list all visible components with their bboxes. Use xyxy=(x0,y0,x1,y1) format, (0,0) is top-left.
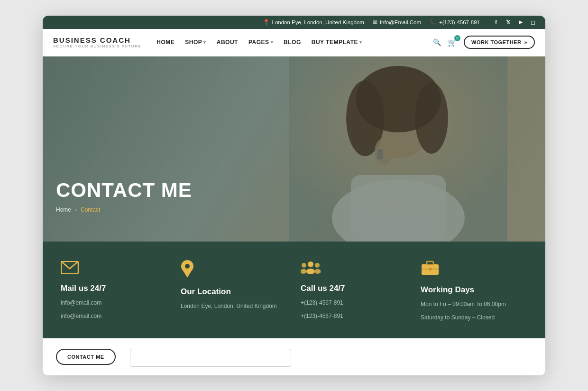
nav-links: HOME SHOP ▾ ABOUT PAGES ▾ BLOG BUY TEMPL… xyxy=(156,39,433,46)
nav-pages[interactable]: PAGES ▾ xyxy=(248,39,273,46)
location-text: London Eye, London, United Kingdom xyxy=(272,19,364,25)
hero-section: CONTACT ME Home › Contact xyxy=(43,56,545,242)
nav-home[interactable]: HOME xyxy=(156,39,175,46)
contact-me-button[interactable]: CONTACT ME xyxy=(56,349,116,365)
youtube-icon[interactable]: ▶ xyxy=(517,19,524,26)
mail-detail-1: info@email.com xyxy=(61,298,101,307)
svg-point-14 xyxy=(306,269,315,274)
breadcrumb-current: Contact xyxy=(81,206,100,213)
nav-about[interactable]: ABOUT xyxy=(217,39,238,46)
location-detail: London Eye, London, United Kingdom xyxy=(181,301,277,311)
nav-buy-template[interactable]: BUY TEMPLATE ▾ xyxy=(312,39,362,46)
hero-content: CONTACT ME Home › Contact xyxy=(56,179,192,213)
contact-mail-item: Mail us 24/7 info@email.com info@email.c… xyxy=(56,260,172,323)
hero-overlay xyxy=(43,56,545,242)
location-icon: 📍 xyxy=(263,19,270,26)
svg-point-13 xyxy=(308,261,313,267)
nav-bar: BUSINESS COACH SECURE YOUR BUSINESS'S FU… xyxy=(43,29,545,56)
top-bar: 📍 London Eye, London, United Kingdom ✉ I… xyxy=(43,16,545,29)
svg-point-18 xyxy=(314,269,321,274)
logo-subtitle: SECURE YOUR BUSINESS'S FUTURE xyxy=(53,44,141,48)
hours-title: Working Days xyxy=(421,285,474,295)
mail-detail-2: info@email.com xyxy=(61,311,101,321)
phone-icon: 📞 xyxy=(430,19,437,26)
contact-info-section: Mail us 24/7 info@email.com info@email.c… xyxy=(43,242,545,339)
location-title: Our Location xyxy=(181,287,231,297)
svg-point-16 xyxy=(301,269,307,274)
phone-item: 📞 +(123)-4567-891 xyxy=(430,19,480,26)
location-item: 📍 London Eye, London, United Kingdom xyxy=(263,19,364,26)
people-icon xyxy=(301,260,321,278)
cart-button[interactable]: 🛒 0 xyxy=(448,38,457,47)
svg-point-15 xyxy=(302,263,306,268)
mail-icon xyxy=(61,260,79,278)
location-pin-icon xyxy=(181,260,194,281)
pages-arrow: ▾ xyxy=(271,40,274,45)
facebook-icon[interactable]: f xyxy=(492,19,500,26)
svg-point-11 xyxy=(185,264,190,269)
twitter-icon[interactable]: 𝕏 xyxy=(505,19,512,26)
work-together-label: WORK TOGETHER xyxy=(471,39,521,45)
nav-right: 🔍 🛒 0 WORK TOGETHER » xyxy=(433,36,535,49)
shop-arrow: ▾ xyxy=(203,40,206,45)
phone-detail-1: +(123)-4567-891 xyxy=(301,298,343,307)
contact-phone-item: Call us 24/7 +(123)-4567-891 +(123)-4567… xyxy=(292,260,412,323)
social-links: f 𝕏 ▶ ◻ xyxy=(492,19,537,26)
instagram-icon[interactable]: ◻ xyxy=(529,19,537,26)
svg-rect-24 xyxy=(429,268,432,270)
hero-title: CONTACT ME xyxy=(56,179,192,202)
hours-detail-2: Saturday to Sunday – Closed xyxy=(421,313,495,322)
cart-badge: 0 xyxy=(454,35,460,41)
contact-location-item: Our Location London Eye, London, United … xyxy=(172,260,292,323)
bottom-input[interactable] xyxy=(130,349,291,367)
contact-hours-item: Working Days Mon to Fri – 09:00am To 06:… xyxy=(412,260,532,323)
email-icon: ✉ xyxy=(373,19,377,26)
work-together-button[interactable]: WORK TOGETHER » xyxy=(464,36,535,49)
breadcrumb-separator: › xyxy=(75,206,77,213)
cta-arrow: » xyxy=(524,39,527,45)
mail-title: Mail us 24/7 xyxy=(61,284,106,293)
logo: BUSINESS COACH SECURE YOUR BUSINESS'S FU… xyxy=(53,36,141,48)
breadcrumb-home[interactable]: Home xyxy=(56,206,71,213)
phone-text: +(123)-4567-891 xyxy=(439,19,480,25)
hours-detail-1: Mon to Fri – 09:00am To 06:00pm xyxy=(421,299,506,309)
phone-title: Call us 24/7 xyxy=(301,284,345,293)
email-item: ✉ Info@Email.Com xyxy=(373,19,421,26)
svg-point-17 xyxy=(315,263,320,268)
search-icon[interactable]: 🔍 xyxy=(433,38,441,46)
template-arrow: ▾ xyxy=(359,40,362,45)
logo-title: BUSINESS COACH xyxy=(53,36,141,44)
svg-marker-12 xyxy=(183,270,192,278)
phone-detail-2: +(123)-4567-891 xyxy=(301,311,343,321)
breadcrumb: Home › Contact xyxy=(56,206,192,213)
bottom-strip: CONTACT ME xyxy=(43,338,545,375)
browser-window: 📍 London Eye, London, United Kingdom ✉ I… xyxy=(43,16,545,376)
nav-shop[interactable]: SHOP ▾ xyxy=(185,39,206,46)
nav-blog[interactable]: BLOG xyxy=(284,39,301,46)
email-text: Info@Email.Com xyxy=(380,19,421,25)
briefcase-icon xyxy=(421,260,440,279)
